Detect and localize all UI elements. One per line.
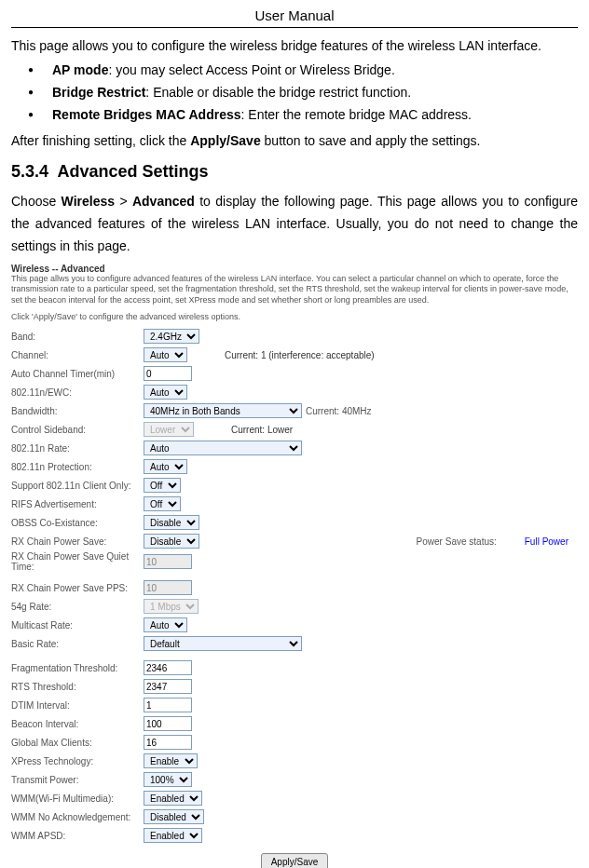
form-select[interactable]: Auto <box>144 441 302 455</box>
form-label: Multicast Rate: <box>11 620 144 631</box>
form-label: Channel: <box>11 350 144 360</box>
section-number: 5.3.4 <box>11 162 48 181</box>
form-label: RTS Threshold: <box>11 682 144 692</box>
form-input[interactable] <box>144 366 192 381</box>
feature-bullet-list: AP mode: you may select Access Point or … <box>11 60 578 126</box>
form-label: RIFS Advertisement: <box>11 499 144 509</box>
form-label: Support 802.11n Client Only: <box>11 481 144 491</box>
form-select[interactable]: Off <box>144 496 181 511</box>
extra-text: Current: Lower <box>231 425 293 435</box>
form-select[interactable]: 100% <box>144 772 192 787</box>
form-row: 802.11n/EWC:Auto <box>11 384 578 400</box>
form-label: Transmit Power: <box>11 775 144 785</box>
form-select[interactable]: Enable <box>144 753 198 768</box>
form-label: RX Chain Power Save: <box>11 536 144 547</box>
form-row: Channel:AutoCurrent: 1 (interference: ac… <box>11 346 578 363</box>
form-rows-container: Band:2.4GHzChannel:AutoCurrent: 1 (inter… <box>11 328 578 844</box>
form-label: OBSS Co-Existance: <box>11 518 144 528</box>
form-select: Lower <box>144 422 194 437</box>
form-label: WMM No Acknowledgement: <box>11 812 144 822</box>
form-row: Auto Channel Timer(min) <box>11 365 578 382</box>
intro-paragraph: This page allows you to configure the wi… <box>11 35 578 56</box>
form-label: 802.11n Protection: <box>11 462 144 472</box>
form-input[interactable] <box>144 735 192 750</box>
form-row: Control Sideband:LowerCurrent: Lower <box>11 421 578 438</box>
form-label: XPress Technology: <box>11 756 144 766</box>
form-select[interactable]: 2.4GHz <box>144 329 199 344</box>
form-select[interactable]: Off <box>144 478 181 493</box>
form-row: RX Chain Power Save:DisablePower Save st… <box>11 533 578 549</box>
section-paragraph: Choose Wireless > Advanced to display th… <box>11 191 578 257</box>
form-row: WMM(Wi-Fi Multimedia):Enabled <box>11 790 578 807</box>
section-b2: Advanced <box>132 194 195 209</box>
shot-title: Wireless -- Advanced <box>11 264 578 274</box>
form-row: RX Chain Power Save Quiet Time: <box>11 551 578 572</box>
section-pre: Choose <box>11 194 62 209</box>
form-label: 54g Rate: <box>11 602 144 612</box>
form-input[interactable] <box>144 698 192 712</box>
form-input[interactable] <box>144 716 192 731</box>
apply-save-button[interactable]: Apply/Save <box>261 853 329 868</box>
form-row: Band:2.4GHz <box>11 328 578 345</box>
form-select[interactable]: Default <box>144 636 302 651</box>
form-row: Bandwidth:40MHz in Both BandsCurrent: 40… <box>11 402 578 419</box>
form-row: Fragmentation Threshold: <box>11 659 578 676</box>
extra-text: Current: 1 (interference: acceptable) <box>225 350 375 360</box>
form-label: Global Max Clients: <box>11 738 144 748</box>
form-row: Transmit Power:100% <box>11 771 578 788</box>
form-input <box>144 554 192 569</box>
embedded-screenshot: Wireless -- Advanced This page allws you… <box>11 264 578 868</box>
form-select[interactable]: Disable <box>144 534 199 549</box>
form-row: RX Chain Power Save PPS: <box>11 579 578 596</box>
form-label: Control Sideband: <box>11 425 144 435</box>
form-input[interactable] <box>144 679 192 694</box>
form-select[interactable]: Disabled <box>144 809 204 824</box>
form-row: XPress Technology:Enable <box>11 753 578 769</box>
section-b1: Wireless <box>62 194 115 209</box>
form-select[interactable]: 40MHz in Both Bands <box>144 403 302 418</box>
form-label: RX Chain Power Save Quiet Time: <box>11 551 144 572</box>
form-label: Basic Rate: <box>11 639 144 649</box>
form-select[interactable]: Auto <box>144 459 187 474</box>
form-input[interactable] <box>144 660 192 675</box>
form-row: RIFS Advertisement:Off <box>11 495 578 512</box>
form-label: Band: <box>11 332 144 342</box>
right-label: Power Save status: <box>417 536 525 547</box>
shot-desc2: Click 'Apply/Save' to configure the adva… <box>11 312 578 323</box>
form-row: 802.11n Rate:Auto <box>11 440 578 456</box>
section-title: Advanced Settings <box>57 162 208 181</box>
form-select[interactable]: Auto <box>144 347 187 362</box>
form-row: Global Max Clients: <box>11 734 578 751</box>
form-label: Bandwidth: <box>11 406 144 416</box>
form-select[interactable]: Enabled <box>144 828 202 843</box>
bullet-ap-mode: AP mode: you may select Access Point or … <box>28 60 578 82</box>
right-value: Full Power <box>525 536 578 547</box>
page-header: User Manual <box>11 7 578 28</box>
form-select: 1 Mbps <box>144 599 199 614</box>
form-label: RX Chain Power Save PPS: <box>11 583 144 593</box>
after-setting-text: After finishing setting, click the Apply… <box>11 130 578 151</box>
form-label: WMM(Wi-Fi Multimedia): <box>11 793 144 804</box>
form-input <box>144 580 192 595</box>
form-label: 802.11n/EWC: <box>11 387 144 398</box>
bullet-text: : Enable or disable the bridge restrict … <box>145 85 411 100</box>
extra-text: Current: 40MHz <box>306 406 372 416</box>
form-select[interactable]: Auto <box>144 617 187 632</box>
form-label: Auto Channel Timer(min) <box>11 369 144 379</box>
form-label: 802.11n Rate: <box>11 443 144 454</box>
form-row: Basic Rate:Default <box>11 635 578 652</box>
section-mid: > <box>115 194 132 209</box>
form-select[interactable]: Auto <box>144 385 187 400</box>
bullet-bold: AP mode <box>52 62 108 77</box>
form-row: RTS Threshold: <box>11 678 578 695</box>
form-row: OBSS Co-Existance:Disable <box>11 514 578 531</box>
bullet-bold: Bridge Restrict <box>52 85 145 100</box>
form-label: WMM APSD: <box>11 831 144 841</box>
after-post: button to save and apply the settings. <box>261 133 481 148</box>
form-row: 802.11n Protection:Auto <box>11 458 578 475</box>
bullet-bridge-restrict: Bridge Restrict: Enable or disable the b… <box>28 82 578 104</box>
shot-desc: This page allws you to configure advance… <box>11 274 578 306</box>
form-select[interactable]: Disable <box>144 515 199 530</box>
form-select[interactable]: Enabled <box>144 791 202 806</box>
form-row: DTIM Interval: <box>11 697 578 713</box>
